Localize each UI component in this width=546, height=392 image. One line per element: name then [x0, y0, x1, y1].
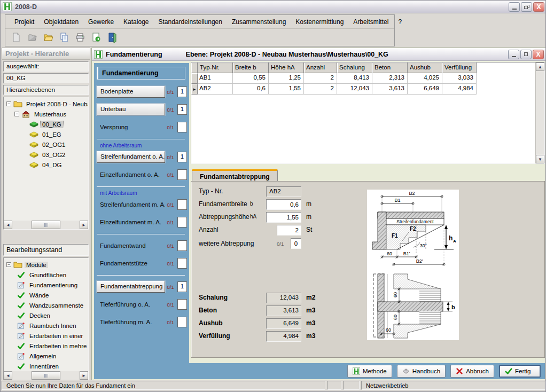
tree-item-00-kg[interactable]: 00_KG	[5, 119, 88, 129]
print-icon[interactable]	[74, 31, 87, 44]
sidebar-count-box[interactable]: 1	[177, 152, 187, 162]
table-row[interactable]: ►AB20,61,55212,0433,6136,6494,984	[191, 84, 544, 95]
column-header-verf-llung[interactable]: Verfüllung	[442, 62, 477, 73]
tree-item-01-eg[interactable]: 01_EG	[5, 129, 88, 139]
module-item-erdarbeiten-in-einer[interactable]: Erdarbeiten in einer	[5, 331, 88, 341]
anzahl-input[interactable]	[277, 225, 301, 236]
hoehe-input[interactable]	[266, 212, 301, 223]
sidebar-item-streifenfundament-o-a[interactable]: Streifenfundament o. A.	[97, 151, 165, 163]
new-document-icon[interactable]	[10, 31, 22, 44]
scroll-left-icon[interactable]: ◄	[4, 371, 12, 380]
column-header-h-he-ha[interactable]: Höhe hA	[269, 62, 304, 73]
handbuch-button[interactable]: Handbuch	[397, 365, 446, 378]
scroll-track[interactable]	[12, 371, 80, 380]
weitere-input[interactable]	[291, 238, 301, 249]
close-button[interactable]: X	[533, 2, 544, 12]
tree-item-musterhaus[interactable]: −Musterhaus	[5, 109, 88, 119]
copy-icon[interactable]	[58, 31, 71, 44]
expander-minus-icon[interactable]: −	[14, 112, 19, 116]
table-cell[interactable]: 2	[304, 73, 337, 84]
column-header-beton[interactable]: Beton	[372, 62, 408, 73]
row-selector-cell[interactable]	[191, 73, 198, 84]
tab-fundamentabtreppung[interactable]: Fundamentabtreppung	[192, 169, 278, 182]
menu-gewerke[interactable]: Gewerke	[83, 18, 119, 26]
table-cell[interactable]: 1,25	[269, 73, 304, 84]
scroll-up-icon[interactable]: ▲	[536, 62, 544, 71]
tree-item-projekt-2008-d-neubau[interactable]: −Projekt 2008-D - Neubau	[5, 99, 88, 109]
scroll-track[interactable]	[12, 221, 80, 229]
module-minimize-button[interactable]	[508, 50, 519, 59]
status-hscrollbar[interactable]: ◄ ►	[4, 371, 88, 380]
sidebar-count-box[interactable]: 1	[177, 87, 187, 97]
table-cell[interactable]: AB1	[198, 73, 233, 84]
module-item-innent-ren[interactable]: Innentüren	[5, 361, 88, 371]
sidebar-count-box[interactable]	[177, 169, 187, 180]
expander-minus-icon[interactable]: −	[6, 101, 11, 106]
sidebar-count-box[interactable]	[177, 317, 187, 327]
export-icon[interactable]	[90, 31, 103, 44]
breite-input[interactable]	[266, 199, 301, 210]
sidebar-count-box[interactable]	[177, 240, 187, 251]
module-item-raumbuch-innen[interactable]: Raumbuch Innen	[5, 320, 88, 331]
menu-kostenermittlung[interactable]: Kostenermittlung	[291, 18, 348, 26]
open-document-icon[interactable]	[26, 31, 38, 44]
module-item-wandzusammenste[interactable]: Wandzusammenste	[5, 300, 88, 310]
table-cell[interactable]: 3,613	[372, 84, 408, 95]
sidebar-count-box[interactable]: 1	[177, 281, 187, 292]
menu-projekt[interactable]: Projekt	[10, 18, 39, 26]
column-header-anzahl[interactable]: Anzahl	[304, 62, 337, 73]
table-cell[interactable]: 3,033	[442, 73, 477, 84]
menu-standardeinstellungen[interactable]: Standardeinstellungen	[153, 18, 227, 26]
scroll-thumb[interactable]	[32, 371, 60, 380]
module-item-decken[interactable]: Decken	[5, 310, 88, 320]
exit-icon[interactable]	[106, 31, 119, 44]
sidebar-count-box[interactable]	[177, 122, 187, 132]
sidebar-count-box[interactable]	[177, 299, 187, 310]
expander-minus-icon[interactable]: −	[6, 262, 11, 267]
sidebar-count-box[interactable]: 1	[177, 104, 187, 115]
table-cell[interactable]: 4,984	[442, 84, 477, 95]
abbruch-button[interactable]: Abbruch	[450, 365, 494, 378]
table-cell[interactable]: 0,6	[233, 84, 269, 95]
module-item-fundamentierung[interactable]: Fundamentierung	[5, 280, 88, 290]
hierarchy-hscrollbar[interactable]: ◄ ►	[4, 221, 88, 229]
open-folder-icon[interactable]	[42, 31, 54, 44]
column-header-typ-nr[interactable]: Typ-Nr.	[198, 62, 233, 73]
tree-item-02-og1[interactable]: 02_OG1	[5, 139, 88, 150]
sidebar-count-box[interactable]	[177, 217, 187, 228]
module-item-erdarbeiten-in-mehre[interactable]: Erdarbeiten in mehre	[5, 341, 88, 351]
table-cell[interactable]: 2,313	[372, 73, 408, 84]
sidebar-item-unterbau[interactable]: Unterbau	[97, 104, 165, 115]
table-cell[interactable]: 6,649	[408, 84, 442, 95]
module-item-grundfl-chen[interactable]: Grundflächen	[5, 270, 88, 280]
table-cell[interactable]: 1,55	[269, 84, 304, 95]
module-maximize-button[interactable]	[520, 50, 532, 59]
menu-zusammenstellung[interactable]: Zusammenstellung	[227, 18, 291, 26]
table-vscrollbar[interactable]: ▲ ▼	[535, 62, 544, 163]
table-cell[interactable]: 4,025	[408, 73, 442, 84]
table-cell[interactable]: AB2	[198, 84, 233, 95]
scroll-down-icon[interactable]: ▼	[536, 155, 544, 163]
scroll-left-icon[interactable]: ◄	[4, 221, 12, 229]
column-header-breite-b[interactable]: Breite b	[233, 62, 269, 73]
menu-objektdaten[interactable]: Objektdaten	[39, 18, 83, 26]
scroll-right-icon[interactable]: ►	[80, 371, 88, 380]
sidebar-item-fundamentabtreppung[interactable]: Fundamentabtreppung	[97, 281, 165, 293]
methode-button[interactable]: Methode	[347, 365, 392, 378]
scroll-thumb[interactable]	[32, 221, 60, 229]
menu-[interactable]: ?	[393, 18, 407, 26]
module-close-button[interactable]: X	[533, 50, 544, 59]
fertig-button[interactable]: Fertig	[499, 365, 541, 378]
row-selector-cell[interactable]: ►	[191, 84, 198, 95]
restore-button[interactable]	[521, 2, 532, 12]
module-item-allgemein[interactable]: Allgemein	[5, 351, 88, 361]
tree-item-module[interactable]: −Module	[5, 260, 88, 270]
sidebar-count-box[interactable]	[177, 258, 187, 269]
table-cell[interactable]: 12,043	[337, 84, 372, 95]
column-header-aushub[interactable]: Aushub	[408, 62, 442, 73]
table-row[interactable]: AB10,551,2528,4132,3134,0253,033	[191, 73, 544, 84]
table-cell[interactable]: 0,55	[233, 73, 269, 84]
table-cell[interactable]: 2	[304, 84, 337, 95]
column-header-schalung[interactable]: Schalung	[337, 62, 372, 73]
tree-item-03-og2[interactable]: 03_OG2	[5, 150, 88, 160]
